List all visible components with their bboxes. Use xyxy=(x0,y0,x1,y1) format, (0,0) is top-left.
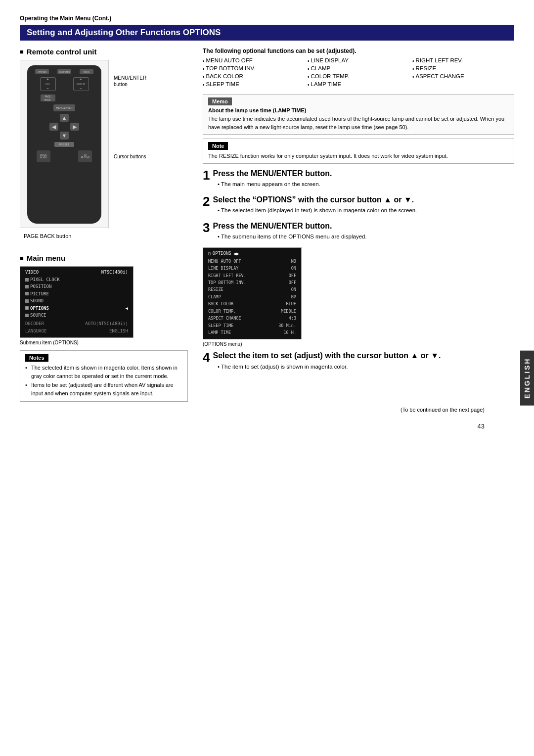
step-1: 1 Press the MENU/ENTER button. The main … xyxy=(203,169,514,189)
video-btn: VIDEO xyxy=(80,69,93,74)
menu-item-picture: PICTURE xyxy=(25,290,128,297)
main-menu-section: Main menu VIDEO NTSC(480i) PIXEL CLOCK P… xyxy=(20,254,188,345)
menu-enter-btn: MENU/ENTER xyxy=(53,104,75,111)
step-4-title: Select the item to set (adjust) with the… xyxy=(203,351,514,361)
opt-item-menu-auto-off: • MENU AUTO OFF xyxy=(203,57,305,65)
menu-enter-label: MENU/ENTER button xyxy=(114,75,146,88)
page-back-btn: PAGE BACK xyxy=(41,94,55,101)
main-menu-title: Main menu xyxy=(20,254,188,262)
oms-row-line-display: LINE DISPLAYON xyxy=(208,265,296,272)
oms-row-back-color: BACK COLORBLUE xyxy=(208,300,296,307)
english-tab: ENGLISH xyxy=(520,350,534,405)
menu-item-source: SOURCE xyxy=(25,312,128,319)
oms-row-resize: RESIZEON xyxy=(208,286,296,293)
av-muting-btn: AV MUTING xyxy=(78,150,92,162)
oms-row-color-temp: COLOR TEMP.MIDDLE xyxy=(208,308,296,315)
opt-item-aspect-change: • ASPECT CHANGE xyxy=(412,73,514,81)
menu-screen: VIDEO NTSC(480i) PIXEL CLOCK POSITION PI… xyxy=(20,266,134,338)
opt-item-resize: • RESIZE xyxy=(412,65,514,73)
vol-control: + VOL − xyxy=(40,77,56,91)
optional-functions-grid: • MENU AUTO OFF • TOP BOTTOM INV. • BACK… xyxy=(203,57,514,89)
menu-item-options: OPTIONS ◀ xyxy=(25,305,128,312)
continued-text: (To be continued on the next page) xyxy=(20,407,514,413)
opt-item-color-temp: • COLOR TEMP. xyxy=(308,73,409,81)
cursor-right-btn: ▶ xyxy=(70,123,79,131)
remote-control-image: OPERATE COMPUTER VIDEO xyxy=(20,60,109,228)
opt-item-right-left-rev: • RIGHT LEFT REV. xyxy=(412,57,514,65)
oms-row-aspect-change: ASPECT CHANGE4:3 xyxy=(208,315,296,322)
step-1-title: Press the MENU/ENTER button. xyxy=(203,169,514,179)
step-2-title: Select the “OPTIONS” with the cursor but… xyxy=(203,195,514,205)
cursor-buttons-label: Cursor buttons xyxy=(114,154,146,159)
step-4: 4 Select the item to set (adjust) with t… xyxy=(203,351,514,371)
oms-row-right-left-rev: RIGHT LEFT REV.OFF xyxy=(208,272,296,279)
step-3: 3 Press the MENU/ENTER button. The subme… xyxy=(203,221,514,241)
memo-box: Memo About the lamp use time (LAMP TIME)… xyxy=(203,94,514,135)
remote-section-title: Remote control unit xyxy=(20,47,188,56)
opt-item-clamp: • CLAMP xyxy=(308,65,409,73)
computer-btn: COMPUTER xyxy=(57,69,71,74)
page-back-label: PAGE BACK button xyxy=(24,233,188,239)
section-title-bar: Setting and Adjusting Other Functions OP… xyxy=(20,25,514,41)
cursor-up-btn: ▲ xyxy=(60,114,69,122)
preset-btn: PRESET xyxy=(54,142,74,147)
quick-btn: QUICK ALIGN xyxy=(37,150,50,162)
note-box: Note The RESIZE function works for only … xyxy=(203,139,514,164)
menu-decoder: DECODER AUTO(NTSC(480i)) xyxy=(25,320,128,327)
memo-sub-title: About the lamp use time (LAMP TIME) xyxy=(208,107,509,113)
notes-box: Notes The selected item is shown in mage… xyxy=(20,350,188,402)
menu-item-sound: SOUND xyxy=(25,297,128,304)
focus-control: + FOCUS − xyxy=(73,77,89,91)
oms-row-menu-auto-off: MENU AUTO OFFNO xyxy=(208,258,296,265)
cursor-down-btn: ▼ xyxy=(60,132,69,140)
step-3-title: Press the MENU/ENTER button. xyxy=(203,221,514,232)
opt-item-lamp-time: • LAMP TIME xyxy=(308,81,409,89)
step-3-desc: The submenu items of the OPTIONS menu ar… xyxy=(218,233,514,241)
opt-item-line-display: • LINE DISPLAY xyxy=(308,57,409,65)
note-title: Note xyxy=(208,142,228,150)
submenu-label: Submenu item (OPTIONS) xyxy=(20,340,188,345)
notes-item-1: The selected item is shown in magenta co… xyxy=(25,364,182,380)
oms-row-clamp: CLAMPBP xyxy=(208,293,296,300)
menu-language: LANGUAGE ENGLISH xyxy=(25,328,128,334)
optional-functions-title: The following optional functions can be … xyxy=(203,47,514,54)
notes-title: Notes xyxy=(25,354,48,362)
oms-row-sleep-time: SLEEP TIME30 Min. xyxy=(208,322,296,329)
step-2-desc: The selected item (displayed in text) is… xyxy=(218,206,514,215)
memo-title: Memo xyxy=(208,97,232,105)
menu-item-position: POSITION xyxy=(25,283,128,290)
oms-row-top-bottom-inv: TOP BOTTOM INV.OFF xyxy=(208,279,296,286)
step-2: 2 Select the “OPTIONS” with the cursor b… xyxy=(203,195,514,215)
opt-item-top-bottom: • TOP BOTTOM INV. xyxy=(203,65,305,73)
options-menu-screen: □ OPTIONS ◀▶ MENU AUTO OFFNO LINE DISPLA… xyxy=(203,247,302,340)
operate-btn: OPERATE xyxy=(35,69,49,74)
step-4-desc: The item to set (adjust) is shown in mag… xyxy=(218,363,514,371)
opt-item-sleep-time: • SLEEP TIME xyxy=(203,81,305,89)
opt-item-back-color: • BACK COLOR xyxy=(203,73,305,81)
options-menu-label: (OPTIONS menu) xyxy=(203,341,514,347)
cursor-left-btn: ◀ xyxy=(49,123,58,131)
notes-item-2: Items to be set (adjusted) are different… xyxy=(25,381,182,397)
note-text: The RESIZE function works for only compu… xyxy=(208,152,509,160)
menu-item-pixel-clock: PIXEL CLOCK xyxy=(25,276,128,283)
oms-row-lamp-time: LAMP TIME10 H. xyxy=(208,329,296,336)
memo-text: The lamp use time indicates the accumula… xyxy=(208,115,509,131)
step-1-desc: The main menu appears on the screen. xyxy=(218,180,514,189)
page-header: Operating the Main Menu (Cont.) xyxy=(20,15,514,22)
page-number: 43 xyxy=(20,423,514,430)
cursor-center xyxy=(60,123,68,131)
